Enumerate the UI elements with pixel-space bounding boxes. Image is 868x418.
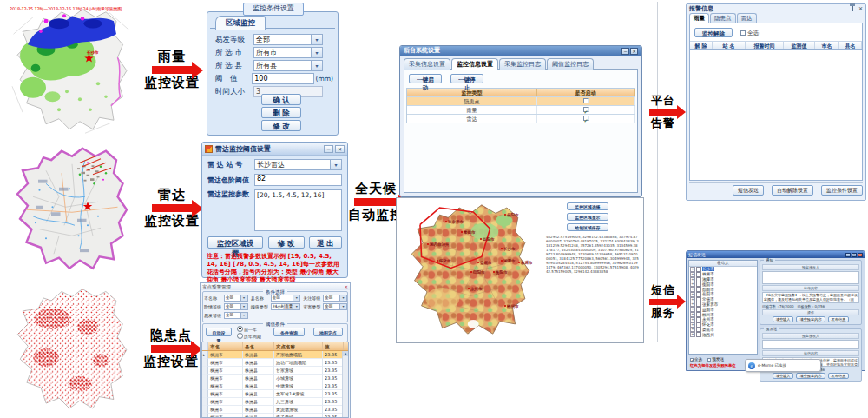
- pin-icon[interactable]: [852, 6, 853, 11]
- region-tool-button[interactable]: 绘制区域保存: [567, 223, 608, 231]
- table-row[interactable]: 株洲市 株洲县 中塘滑坡 23.35: [202, 382, 348, 390]
- filter-dropdown[interactable]: 全部 ▾: [224, 295, 248, 302]
- row-selector[interactable]: [202, 359, 208, 367]
- clear-preset-button[interactable]: 清空预定内容: [796, 316, 825, 322]
- chevron-down-icon[interactable]: ▾: [339, 304, 346, 309]
- stop-all-button[interactable]: 一键停止: [450, 74, 483, 83]
- publish-button[interactable]: 发布信息: [828, 316, 850, 322]
- sms-content[interactable]: 【地质灾害监测预警】：以上为预警信息，监测雨量已超过设定阈值，请及时通知相关单位…: [762, 292, 859, 303]
- maximize-icon[interactable]: □: [852, 253, 857, 257]
- scroll-up-icon[interactable]: ▲: [343, 351, 348, 356]
- chevron-down-icon[interactable]: ▾: [311, 61, 322, 70]
- map-locate-button[interactable]: 地图定点: [313, 328, 343, 336]
- close-icon[interactable]: ✕: [630, 48, 638, 55]
- level-input[interactable]: 82: [254, 174, 342, 186]
- filter-dropdown[interactable]: 全部 ▾: [224, 303, 248, 310]
- modify-button[interactable]: 修 改: [268, 236, 305, 249]
- filter-dropdown[interactable]: 全部 ▾: [271, 295, 301, 302]
- alarm-tab[interactable]: 雨量: [689, 13, 709, 23]
- row-selector[interactable]: [202, 375, 208, 382]
- dialog-button[interactable]: 确 认: [261, 94, 301, 105]
- recipients-box[interactable]: [762, 340, 859, 349]
- checkbox[interactable]: ✓: [583, 116, 589, 121]
- filter-dropdown[interactable]: 全部 ▾: [323, 303, 347, 310]
- monitor-row[interactable]: 雨量 ✓: [407, 105, 635, 114]
- field-dropdown[interactable]: 所有市 ▾: [253, 47, 323, 58]
- footer-button[interactable]: 监控条件设置: [821, 185, 863, 196]
- footer-button[interactable]: 自动解除设置: [772, 185, 813, 196]
- row-selector[interactable]: [202, 414, 208, 418]
- checkbox[interactable]: [740, 30, 746, 36]
- footer-button[interactable]: 短信发送: [733, 185, 764, 196]
- table-row[interactable]: 株洲市 株洲县 黄泥塘滑坡 23.35: [202, 406, 348, 414]
- minimize-icon[interactable]: ─: [324, 145, 333, 153]
- monitor-row[interactable]: 雷达 ✓: [407, 114, 635, 123]
- recipients-box[interactable]: [762, 271, 859, 284]
- presend-check[interactable]: 预发送: [707, 357, 724, 362]
- chevron-down-icon[interactable]: ▾: [240, 304, 247, 309]
- chevron-down-icon[interactable]: ▾: [240, 295, 247, 301]
- field-dropdown[interactable]: 全部 ▾: [253, 34, 323, 45]
- titlebar[interactable]: 后台系统设置 ─✕: [400, 46, 641, 56]
- row-selector[interactable]: [202, 398, 208, 406]
- checkbox[interactable]: ✓: [690, 358, 694, 362]
- row-selector[interactable]: [202, 351, 208, 359]
- table-row[interactable]: 株洲市 株洲县 李子滑坡 23.35: [202, 414, 348, 418]
- checkbox[interactable]: [707, 358, 711, 362]
- release-button[interactable]: 监控解除: [694, 28, 733, 37]
- close-icon[interactable]: ✕: [858, 253, 863, 257]
- checkbox[interactable]: [583, 98, 589, 103]
- chevron-down-icon[interactable]: ▾: [293, 304, 299, 309]
- table-row[interactable]: 株洲市 株洲县 龙军村1#滑坡 23.35: [202, 390, 348, 398]
- row-selector[interactable]: [202, 390, 208, 398]
- minimize-icon[interactable]: ─: [845, 253, 851, 257]
- settings-tab[interactable]: 监控信息设置: [451, 58, 498, 70]
- titlebar[interactable]: 雷达监控阈值设置 ─ ✕: [202, 143, 347, 156]
- tab-area-monitoring[interactable]: 区域监控: [215, 16, 266, 30]
- radio-off-icon[interactable]: [237, 333, 243, 339]
- select-all[interactable]: 全选: [740, 30, 759, 37]
- exit-button[interactable]: 退 出: [309, 236, 342, 249]
- table-row[interactable]: 株洲市 株洲县 九三滑坡 23.35: [202, 398, 348, 406]
- close-icon[interactable]: ✕: [335, 145, 345, 153]
- chevron-down-icon[interactable]: ▾: [311, 35, 322, 44]
- tree-item[interactable]: 湘西州: [689, 332, 757, 337]
- area-settings-button[interactable]: 监控区域设置: [207, 236, 263, 249]
- chevron-down-icon[interactable]: ▾: [330, 160, 341, 169]
- close-icon[interactable]: ✕: [345, 283, 350, 290]
- clear-input-button[interactable]: 清空输入: [773, 316, 794, 322]
- select-all-check[interactable]: ✓全选: [690, 357, 702, 362]
- threshold-input[interactable]: 100: [252, 73, 313, 84]
- filter-dropdown[interactable]: 全部 ▾: [323, 295, 347, 302]
- dialog-button[interactable]: 修 改: [261, 120, 301, 131]
- field-dropdown[interactable]: 所有县 ▾: [253, 60, 323, 71]
- auto-set-button[interactable]: 自动设置: [206, 328, 232, 336]
- settings-tab[interactable]: 采集信息设置: [404, 58, 450, 70]
- minimize-icon[interactable]: ─: [621, 48, 629, 55]
- station-dropdown[interactable]: 长沙雷达 ▾: [254, 159, 342, 170]
- chevron-down-icon[interactable]: ▾: [293, 295, 299, 301]
- table-row[interactable]: 株洲市 株洲县 甘家滑坡 23.35: [202, 367, 348, 375]
- titlebar[interactable]: 短信发送 ─□✕: [687, 251, 865, 258]
- row-selector[interactable]: [202, 382, 208, 390]
- start-all-button[interactable]: 一键启动: [409, 74, 442, 83]
- query-button[interactable]: 条件查询: [273, 328, 305, 336]
- table-row[interactable]: 株洲市 株洲县 小城滑坡 23.35: [202, 375, 348, 382]
- radio-last-year[interactable]: 前一年: [237, 326, 261, 333]
- chevron-down-icon[interactable]: ▾: [339, 295, 346, 301]
- dialog-button[interactable]: 删 除: [261, 107, 301, 118]
- checkbox[interactable]: [696, 332, 701, 337]
- radio-on-icon[interactable]: [237, 326, 243, 332]
- checkbox[interactable]: ✓: [583, 107, 589, 112]
- param-textarea[interactable]: [20, 1.5, 4.5, 12, 16]: [254, 189, 342, 231]
- table-row[interactable]: 株洲市 株洲县 严家地面塌陷 23.35: [202, 351, 348, 359]
- expand-icon[interactable]: [690, 332, 695, 337]
- chevron-down-icon[interactable]: ▾: [311, 48, 322, 57]
- clear-input-button[interactable]: 清空输入: [773, 373, 794, 379]
- publish-button[interactable]: 发布信息: [828, 373, 850, 379]
- clear-preset-button[interactable]: 清空预定内容: [796, 373, 825, 379]
- alarm-tab[interactable]: 雷达: [737, 13, 757, 23]
- settings-tab[interactable]: 阈值监控日志: [547, 58, 594, 70]
- row-selector[interactable]: [202, 406, 208, 414]
- alarm-tab[interactable]: 隐患点: [710, 13, 736, 23]
